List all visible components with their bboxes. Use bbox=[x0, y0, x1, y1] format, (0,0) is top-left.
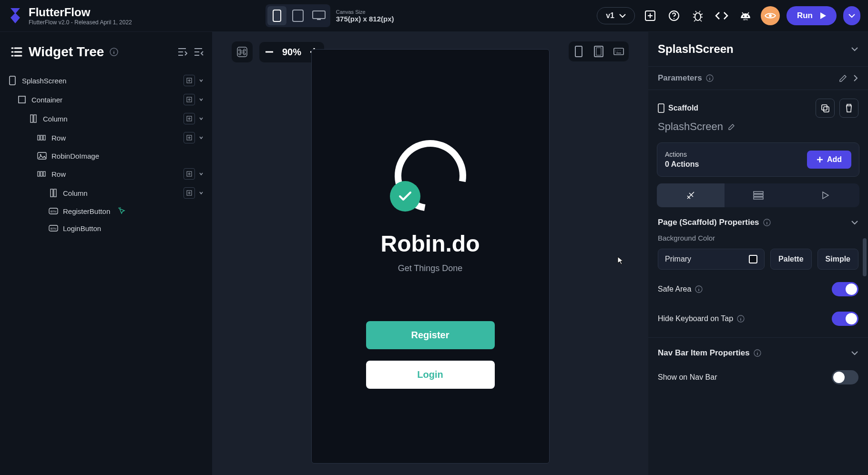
safe-area-label: Safe Area bbox=[658, 285, 691, 293]
svg-point-8 bbox=[746, 16, 748, 17]
expand-caret[interactable] bbox=[198, 190, 204, 196]
add-widget-button[interactable] bbox=[184, 94, 195, 105]
add-widget-button[interactable] bbox=[184, 75, 195, 86]
expand-all-icon[interactable] bbox=[193, 47, 204, 57]
add-widget-button[interactable] bbox=[184, 168, 195, 180]
tab-style[interactable] bbox=[657, 183, 725, 207]
expand-caret[interactable] bbox=[198, 171, 204, 177]
info-icon[interactable] bbox=[110, 48, 118, 56]
tree-node-column[interactable]: Column bbox=[4, 109, 208, 128]
tree-node-row[interactable]: Row bbox=[4, 128, 208, 147]
svg-rect-0 bbox=[273, 10, 281, 21]
copy-button[interactable] bbox=[816, 99, 835, 118]
properties-title: SplashScreen bbox=[658, 42, 734, 56]
tree-node-label: Container bbox=[31, 96, 62, 104]
chevron-right-icon[interactable] bbox=[853, 74, 858, 82]
svg-rect-30 bbox=[54, 189, 56, 197]
tree-node-row[interactable]: Row bbox=[4, 164, 208, 183]
tree-node-container[interactable]: Container bbox=[4, 90, 208, 109]
add-widget-button[interactable] bbox=[184, 132, 195, 143]
tree-node-registerbutton[interactable]: BTNRegisterButton bbox=[4, 202, 208, 220]
add-widget-button[interactable] bbox=[184, 113, 195, 124]
svg-rect-1 bbox=[293, 10, 303, 21]
svg-rect-12 bbox=[10, 76, 15, 85]
info-icon[interactable] bbox=[737, 315, 745, 323]
chevron-down-icon[interactable] bbox=[851, 220, 858, 225]
login-button[interactable]: Login bbox=[366, 361, 495, 389]
device-phone-button[interactable] bbox=[267, 6, 286, 25]
device-preview-tablet-button[interactable] bbox=[593, 46, 604, 57]
add-widget-button[interactable] bbox=[184, 187, 195, 199]
expand-caret[interactable] bbox=[198, 115, 204, 122]
chevron-down-icon[interactable] bbox=[851, 351, 858, 355]
canvas-size: Canvas Size 375(px) x 812(px) bbox=[336, 9, 394, 23]
delete-button[interactable] bbox=[839, 99, 858, 118]
scrollbar[interactable] bbox=[863, 238, 867, 276]
svg-rect-44 bbox=[824, 107, 829, 112]
run-button[interactable]: Run bbox=[786, 6, 837, 25]
apk-button[interactable]: APK bbox=[737, 7, 754, 24]
expand-caret[interactable] bbox=[198, 77, 204, 84]
help-button[interactable] bbox=[665, 7, 683, 24]
show-navbar-toggle[interactable] bbox=[832, 370, 858, 384]
image-icon bbox=[37, 151, 47, 161]
scaffold-label: Scaffold bbox=[668, 104, 698, 112]
info-icon[interactable] bbox=[754, 349, 761, 357]
register-button[interactable]: Register bbox=[366, 321, 495, 349]
info-icon[interactable] bbox=[695, 285, 703, 293]
device-preview-mobile-button[interactable] bbox=[573, 46, 584, 57]
device-desktop-button[interactable] bbox=[309, 6, 328, 25]
version-dropdown[interactable]: v1 bbox=[597, 7, 635, 24]
app-version: FlutterFlow v2.0 - Released April 1, 202… bbox=[29, 19, 132, 26]
zoom-out-button[interactable] bbox=[264, 47, 275, 57]
app-logo-icon bbox=[8, 8, 23, 23]
simple-button[interactable]: Simple bbox=[817, 249, 858, 270]
info-icon[interactable] bbox=[706, 74, 714, 82]
actions-box: Actions 0 Actions Add bbox=[657, 142, 859, 177]
tree-node-robindoimage[interactable]: RobinDoImage bbox=[4, 147, 208, 164]
edit-icon[interactable] bbox=[838, 73, 848, 83]
square-icon bbox=[17, 95, 27, 104]
app-title: Robin.do bbox=[381, 231, 480, 257]
widget-tree: SplashScreenContainerColumnRowRobinDoIma… bbox=[0, 68, 212, 240]
tab-animation[interactable] bbox=[792, 183, 859, 207]
preview-button[interactable] bbox=[761, 6, 780, 25]
hide-keyboard-toggle[interactable] bbox=[832, 312, 858, 326]
add-label: Add bbox=[827, 155, 842, 164]
info-icon[interactable] bbox=[763, 219, 771, 226]
canvas-device-frame[interactable]: Robin.do Get Things Done Register Login bbox=[311, 49, 550, 464]
tree-node-label: SplashScreen bbox=[22, 77, 66, 85]
device-tablet-button[interactable] bbox=[288, 6, 307, 25]
safe-area-toggle[interactable] bbox=[832, 282, 858, 296]
tree-node-splashscreen[interactable]: SplashScreen bbox=[4, 71, 208, 90]
collapse-all-icon[interactable] bbox=[177, 47, 187, 57]
svg-rect-36 bbox=[237, 47, 247, 57]
robin-logo bbox=[390, 135, 471, 216]
keyboard-preview-button[interactable] bbox=[613, 46, 624, 57]
expand-caret[interactable] bbox=[198, 134, 204, 141]
svg-text:BTN: BTN bbox=[51, 227, 56, 230]
code-button[interactable] bbox=[713, 7, 730, 24]
svg-rect-20 bbox=[41, 135, 42, 140]
edit-icon[interactable] bbox=[728, 123, 735, 131]
expand-caret[interactable] bbox=[198, 96, 204, 103]
svg-rect-29 bbox=[51, 189, 53, 197]
column-icon bbox=[29, 114, 38, 123]
shortcut-button[interactable] bbox=[232, 41, 253, 62]
add-action-button[interactable]: Add bbox=[807, 151, 851, 169]
run-dropdown-button[interactable] bbox=[843, 6, 860, 25]
tree-node-column[interactable]: Column bbox=[4, 183, 208, 202]
svg-rect-27 bbox=[43, 172, 45, 176]
tree-node-loginbutton[interactable]: BTNLoginButton bbox=[4, 220, 208, 237]
chevron-down-icon[interactable] bbox=[851, 47, 858, 51]
scaffold-name: SplashScreen bbox=[658, 121, 723, 133]
bug-button[interactable] bbox=[689, 7, 706, 24]
canvas-size-label: Canvas Size bbox=[336, 9, 394, 15]
svg-rect-40 bbox=[614, 48, 623, 55]
add-button[interactable] bbox=[642, 7, 659, 24]
bgcolor-input[interactable]: Primary bbox=[658, 249, 765, 270]
canvas-area: 90% bbox=[213, 32, 648, 475]
app-subtitle: Get Things Done bbox=[398, 263, 463, 273]
tab-layout[interactable] bbox=[725, 183, 792, 207]
palette-button[interactable]: Palette bbox=[770, 249, 811, 270]
